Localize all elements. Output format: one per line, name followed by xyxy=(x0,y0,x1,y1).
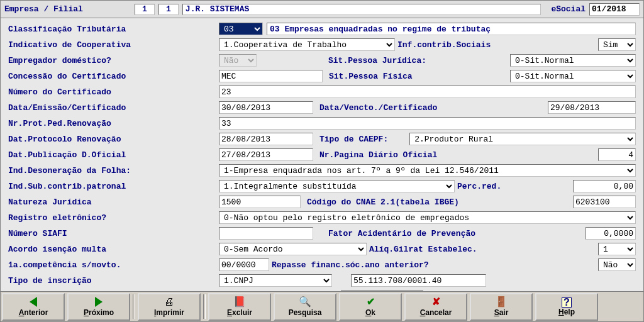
check-icon: ✔ xyxy=(367,297,375,308)
anterior-button[interactable]: Anterior xyxy=(2,293,65,321)
data-emissao-input[interactable] xyxy=(219,101,313,114)
label-ind-sub: Ind.Sub.contrib.patronal xyxy=(8,182,219,191)
cnae-input[interactable] xyxy=(573,196,636,208)
label-class-trib: Classificação Tributária xyxy=(8,25,219,34)
label-data-emissao: Data/Emissão/Certificado xyxy=(8,103,219,113)
class-trib-desc: 03 Empresas enquadradas no regime de tri… xyxy=(267,23,636,35)
label-num-cert: Número do Certificado xyxy=(8,87,219,97)
arrow-left-icon xyxy=(30,297,37,308)
label-acordo: Acordo isenção multa xyxy=(8,245,219,254)
label-num-siafi: Número SIAFI xyxy=(8,229,219,238)
esocial-period[interactable] xyxy=(589,3,640,16)
excluir-button[interactable]: 📕 Excluir xyxy=(208,293,271,321)
fap-input[interactable] xyxy=(586,227,636,240)
esocial-label: eSocial xyxy=(551,4,586,14)
empresa-code1[interactable] xyxy=(135,4,155,15)
num-cert-input[interactable] xyxy=(219,86,636,98)
printer-icon: 🖨 xyxy=(164,297,174,308)
exit-icon: 🚪 xyxy=(495,297,508,308)
label-nat-jur: Natureza Jurídica xyxy=(8,197,219,207)
label-sit-pf: Sit.Pessoa Física xyxy=(326,72,415,81)
label-tipo-caepf: Tipo de CAEPF: xyxy=(317,135,391,144)
label-ind-deson: Ind.Desoneração da Folha: xyxy=(8,166,219,175)
comp-1a-input[interactable] xyxy=(219,258,269,271)
empresa-code2[interactable] xyxy=(158,4,179,15)
repasse-select[interactable]: Não xyxy=(598,258,636,271)
ok-button[interactable]: ✔ Ok xyxy=(339,293,402,321)
label-sit-pj: Sit.Pessoa Jurídica: xyxy=(326,56,429,65)
conc-cert-input[interactable] xyxy=(219,70,323,82)
label-dat-prot: Dat.Protocolo Renovação xyxy=(8,135,219,144)
aliq-gilrat-select[interactable]: 1 xyxy=(598,243,636,255)
label-reg-eletr: Registro eletrônico? xyxy=(8,213,219,223)
ind-coop-select[interactable]: 1.Cooperativa de Trabalho xyxy=(219,38,395,51)
x-icon: ✘ xyxy=(432,297,440,308)
tipo-caepf-select[interactable]: 2.Produtor Rural xyxy=(409,133,636,145)
nr-prot-input[interactable] xyxy=(219,117,636,130)
proximo-button[interactable]: Próximo xyxy=(67,293,130,321)
dat-pub-input[interactable] xyxy=(219,148,313,161)
ind-sub-select[interactable]: 1.Integralmente substituída xyxy=(219,180,455,192)
search-icon: 🔍 xyxy=(299,297,311,308)
label-nr-prot: Nr.Prot.Ped.Renovação xyxy=(8,119,219,128)
toolbar: Anterior Próximo 🖨 Imprimir 📕 Excluir 🔍 … xyxy=(1,291,643,321)
sit-pj-select[interactable]: 0-Sit.Normal xyxy=(510,54,636,67)
empresa-name[interactable] xyxy=(182,4,541,15)
class-trib-code[interactable]: 03 xyxy=(219,23,263,35)
help-button[interactable]: ? Help xyxy=(535,293,598,321)
label-ind-coop: Indicativo de Cooperativa xyxy=(8,40,219,50)
inf-contrib-select[interactable]: Sim xyxy=(598,38,636,51)
data-venc-input[interactable] xyxy=(548,101,636,114)
label-comp-1a: 1a.competência s/movto. xyxy=(8,260,219,270)
pesquisa-button[interactable]: 🔍 Pesquisa xyxy=(274,293,336,321)
nat-jur-input[interactable] xyxy=(219,196,301,208)
dat-prot-input[interactable] xyxy=(219,133,313,145)
imprimir-button[interactable]: 🖨 Imprimir xyxy=(138,293,201,321)
label-nr-pagina: Nr.Pagina Diário Oficial xyxy=(317,150,440,160)
label-perc-red: Perc.red. xyxy=(455,182,504,191)
acordo-select[interactable]: 0-Sem Acordo xyxy=(219,243,367,255)
tipo-insc-select[interactable]: 1.CNPJ xyxy=(219,274,332,287)
tipo-insc-num[interactable] xyxy=(351,274,486,287)
label-dat-pub: Dat.Publicação D.Oficial xyxy=(8,150,219,160)
sair-button[interactable]: 🚪 Sair xyxy=(470,293,533,321)
header-bar: Empresa / Filial eSocial xyxy=(1,1,643,18)
reg-eletr-select[interactable]: 0-Não optou pelo registro eletrônico de … xyxy=(219,211,636,224)
empr-dom-select: Não xyxy=(219,54,257,67)
arrow-right-icon xyxy=(95,297,103,308)
label-cnae: Código do CNAE 2.1(tabela IBGE) xyxy=(304,197,462,207)
label-tipo-insc: Tipo de inscrição xyxy=(8,276,219,286)
nr-pagina-input[interactable] xyxy=(598,148,636,161)
ind-deson-select[interactable]: 1-Empresa enquadrada nos art. 7º a 9º da… xyxy=(219,164,636,177)
perc-red-input[interactable] xyxy=(573,180,636,192)
label-inf-contrib: Inf.contrib.Sociais xyxy=(395,40,493,50)
empresa-label: Empresa / Filial xyxy=(4,4,83,14)
num-siafi-input[interactable] xyxy=(219,227,313,240)
sit-pf-select[interactable]: 0-Sit.Normal xyxy=(510,70,636,82)
label-repasse: Repasse financ.sóc.ano anterior? xyxy=(269,260,431,270)
cancelar-button[interactable]: ✘ Cancelar xyxy=(404,293,467,321)
label-data-venc: Data/Vencto./Certificado xyxy=(317,103,440,113)
book-x-icon: 📕 xyxy=(233,297,246,308)
label-conc-cert: Concessão do Certificado xyxy=(8,72,219,81)
label-empr-dom: Empregador doméstico? xyxy=(8,56,219,65)
label-aliq-gilrat: Alíq.Gilrat Estabelec. xyxy=(367,245,480,254)
label-fap: Fator Acidentário de Prevenção xyxy=(326,229,478,238)
help-icon: ? xyxy=(562,297,572,308)
